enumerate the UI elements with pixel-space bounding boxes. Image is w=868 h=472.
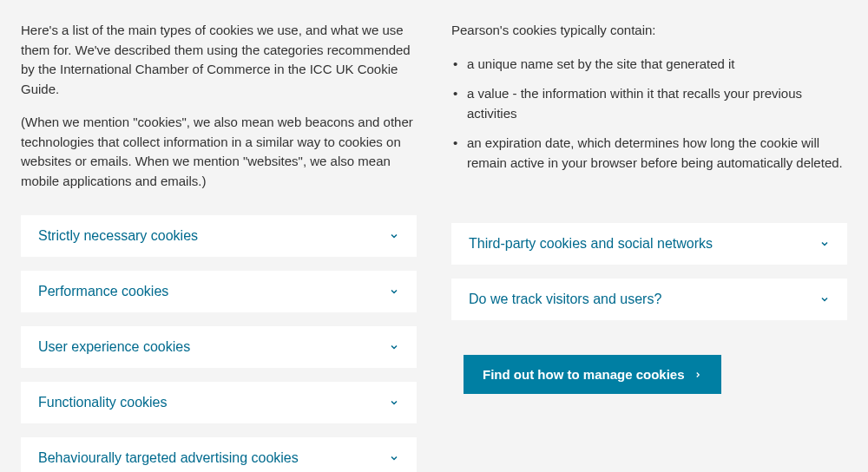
accordion-performance[interactable]: Performance cookies [21, 271, 417, 312]
bullet-item: a unique name set by the site that gener… [451, 55, 847, 75]
accordion-label: Strictly necessary cookies [38, 228, 198, 244]
intro-paragraph-2: (When we mention "cookies", we also mean… [21, 113, 417, 191]
accordion-list-right: Third-party cookies and social networks … [451, 223, 847, 320]
chevron-down-icon [389, 286, 399, 297]
bullet-item: an expiration date, which determines how… [451, 134, 847, 173]
intro-text: Here's a list of the main types of cooki… [21, 21, 417, 191]
accordion-track-visitors[interactable]: Do we track visitors and users? [451, 279, 847, 320]
accordion-functionality[interactable]: Functionality cookies [21, 382, 417, 423]
accordion-label: Third-party cookies and social networks [469, 236, 713, 252]
chevron-down-icon [389, 342, 399, 352]
bullet-list: a unique name set by the site that gener… [451, 55, 847, 174]
accordion-behavioural-advertising[interactable]: Behaviourally targeted advertising cooki… [21, 437, 417, 472]
chevron-right-icon [694, 370, 702, 379]
manage-cookies-button[interactable]: Find out how to manage cookies [464, 355, 721, 394]
accordion-third-party[interactable]: Third-party cookies and social networks [451, 223, 847, 265]
chevron-down-icon [819, 294, 830, 305]
chevron-down-icon [819, 239, 830, 249]
intro-paragraph-1: Here's a list of the main types of cooki… [21, 21, 417, 99]
accordion-label: Do we track visitors and users? [469, 292, 661, 307]
chevron-down-icon [389, 397, 399, 408]
accordion-label: User experience cookies [38, 339, 190, 355]
accordion-label: Performance cookies [38, 284, 168, 299]
accordion-strictly-necessary[interactable]: Strictly necessary cookies [21, 215, 417, 257]
accordion-label: Functionality cookies [38, 395, 168, 410]
chevron-down-icon [389, 453, 399, 463]
bullet-item: a value - the information within it that… [451, 84, 847, 123]
chevron-down-icon [389, 231, 399, 241]
accordion-list-left: Strictly necessary cookies Performance c… [21, 215, 417, 472]
cta-label: Find out how to manage cookies [483, 367, 685, 382]
accordion-user-experience[interactable]: User experience cookies [21, 326, 417, 368]
right-lead-text: Pearson's cookies typically contain: [451, 21, 847, 41]
accordion-label: Behaviourally targeted advertising cooki… [38, 450, 299, 466]
